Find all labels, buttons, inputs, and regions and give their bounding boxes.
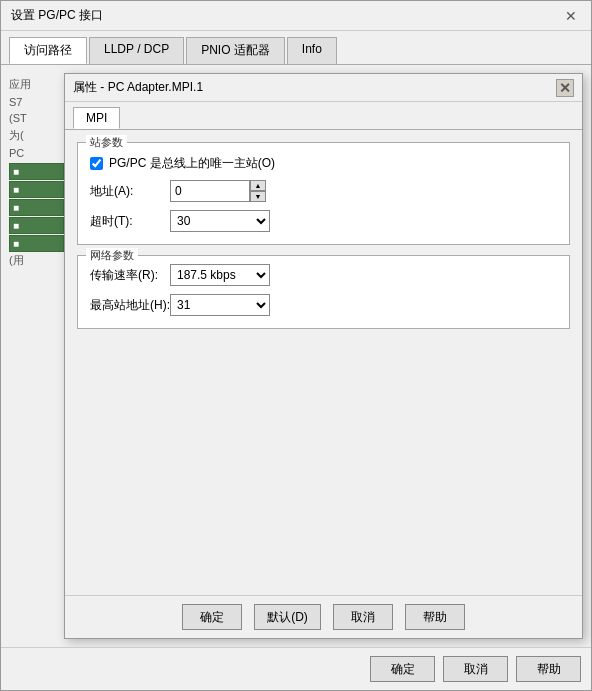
list-item: ■	[9, 235, 64, 252]
pg-master-checkbox[interactable]	[90, 157, 103, 170]
tab-info[interactable]: Info	[287, 37, 337, 64]
list-item: ■	[9, 163, 64, 180]
baud-rate-select[interactable]: 187.5 kbps 375 kbps 1.5 Mbps 3 Mbps 6 Mb…	[170, 264, 270, 286]
outer-window: 设置 PG/PC 接口 ✕ 访问路径 LLDP / DCP PNIO 适配器 I…	[0, 0, 592, 691]
pg-master-label: PG/PC 是总线上的唯一主站(O)	[109, 155, 275, 172]
tab-access-path[interactable]: 访问路径	[9, 37, 87, 64]
inner-confirm-button[interactable]: 确定	[182, 604, 242, 630]
address-spinner-buttons: ▲ ▼	[250, 180, 266, 202]
list-item: ■	[9, 217, 64, 234]
tab-mpi[interactable]: MPI	[73, 107, 120, 129]
outer-confirm-button[interactable]: 确定	[370, 656, 435, 682]
network-params-legend: 网络参数	[86, 248, 138, 263]
inner-dialog-title: 属性 - PC Adapter.MPI.1	[73, 79, 203, 96]
network-params-group: 网络参数 传输速率(R): 187.5 kbps 375 kbps 1.5 Mb…	[77, 255, 570, 329]
address-up-button[interactable]: ▲	[250, 180, 266, 191]
inner-default-button[interactable]: 默认(D)	[254, 604, 321, 630]
outer-cancel-button[interactable]: 取消	[443, 656, 508, 682]
st-note: (ST	[9, 112, 64, 124]
checkbox-row: PG/PC 是总线上的唯一主站(O)	[90, 155, 557, 172]
address-down-button[interactable]: ▼	[250, 191, 266, 202]
outer-tabs: 访问路径 LLDP / DCP PNIO 适配器 Info	[1, 31, 591, 65]
inner-dialog-footer: 确定 默认(D) 取消 帮助	[65, 595, 582, 638]
inner-tabs: MPI	[65, 102, 582, 130]
max-station-select[interactable]: 15 31 63 126	[170, 294, 270, 316]
address-spinner: ▲ ▼	[170, 180, 266, 202]
max-station-row: 最高站地址(H): 15 31 63 126	[90, 294, 557, 316]
inner-close-button[interactable]: ✕	[556, 79, 574, 97]
address-input[interactable]	[170, 180, 250, 202]
tab-lldp-dcp[interactable]: LLDP / DCP	[89, 37, 184, 64]
bottom-note: (用	[9, 253, 64, 268]
outer-footer: 确定 取消 帮助	[1, 647, 591, 690]
station-params-group: 站参数 PG/PC 是总线上的唯一主站(O) 地址(A): ▲	[77, 142, 570, 245]
timeout-row: 超时(T): 30 60 90 120	[90, 210, 557, 232]
s7-label: S7	[9, 96, 64, 108]
station-params-legend: 站参数	[86, 135, 127, 150]
inner-cancel-button[interactable]: 取消	[333, 604, 393, 630]
tab-pnio[interactable]: PNIO 适配器	[186, 37, 285, 64]
timeout-label: 超时(T):	[90, 213, 170, 230]
baud-rate-label: 传输速率(R):	[90, 267, 170, 284]
inner-titlebar: 属性 - PC Adapter.MPI.1 ✕	[65, 74, 582, 102]
inner-content: 站参数 PG/PC 是总线上的唯一主站(O) 地址(A): ▲	[65, 130, 582, 595]
max-station-label: 最高站地址(H):	[90, 297, 170, 314]
address-row: 地址(A): ▲ ▼	[90, 180, 557, 202]
inner-dialog: 属性 - PC Adapter.MPI.1 ✕ MPI 站参数 PG/PC 是总…	[64, 73, 583, 639]
outer-body: 应用 S7 (ST 为( PC ■ ■ ■ ■ ■ (用 属性 - PC Ada…	[1, 65, 591, 647]
outer-titlebar: 设置 PG/PC 接口 ✕	[1, 1, 591, 31]
left-panel: 应用 S7 (ST 为( PC ■ ■ ■ ■ ■ (用	[9, 73, 64, 639]
outer-close-button[interactable]: ✕	[561, 8, 581, 24]
pc-label: PC	[9, 147, 64, 159]
inner-help-button[interactable]: 帮助	[405, 604, 465, 630]
outer-help-button[interactable]: 帮助	[516, 656, 581, 682]
timeout-select[interactable]: 30 60 90 120	[170, 210, 270, 232]
app-label: 应用	[9, 77, 64, 92]
baud-rate-row: 传输速率(R): 187.5 kbps 375 kbps 1.5 Mbps 3 …	[90, 264, 557, 286]
note2: 为(	[9, 128, 64, 143]
outer-window-title: 设置 PG/PC 接口	[11, 7, 103, 24]
list-item: ■	[9, 181, 64, 198]
address-label: 地址(A):	[90, 183, 170, 200]
list-item: ■	[9, 199, 64, 216]
